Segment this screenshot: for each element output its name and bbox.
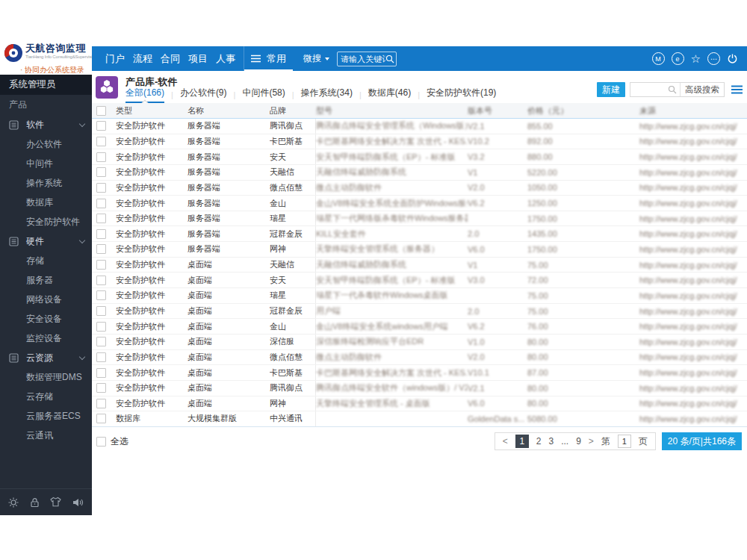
sidebar-item[interactable]: 云通讯: [0, 426, 92, 445]
wesearch-dropdown[interactable]: 微搜: [303, 52, 329, 65]
pager-jump-input[interactable]: 1: [618, 435, 631, 448]
sidebar-item[interactable]: 监控设备: [0, 329, 92, 348]
table-row[interactable]: 安全防护软件桌面端卡巴斯基卡巴斯基网络安全解决方案 次世代 - KES...V1…: [92, 365, 747, 381]
m-badge-icon[interactable]: M: [652, 52, 665, 65]
sidebar-item[interactable]: 存储: [0, 251, 92, 270]
settings-gear-icon[interactable]: [7, 497, 19, 508]
power-icon[interactable]: [727, 53, 738, 64]
table-row[interactable]: 安全防护软件桌面端网神天擎终端安全管理系统 - 桌面版V6.080.00http…: [92, 396, 747, 412]
category-tab[interactable]: 办公软件(9): [180, 87, 227, 103]
row-checkbox[interactable]: [96, 337, 106, 346]
search-magnifier-icon[interactable]: [385, 55, 394, 63]
select-all-checkbox[interactable]: [96, 437, 106, 447]
sidebar-item[interactable]: 网络设备: [0, 290, 92, 309]
pager-page[interactable]: 9: [576, 436, 581, 447]
pager-next[interactable]: >: [589, 436, 594, 447]
page-size-info[interactable]: 20 条/页|共166条: [662, 432, 742, 450]
table-row[interactable]: 安全防护软件服务器端金山金山V8终端安全系统全面防护Windows服务器版V6.…: [92, 196, 747, 211]
table-row[interactable]: 安全防护软件桌面端深信服深信服终端检测响应平台EDRV1.080.00http:…: [92, 335, 747, 350]
row-checkbox[interactable]: [96, 306, 106, 316]
sidebar-item[interactable]: 操作系统: [0, 173, 92, 193]
pager-page[interactable]: 1: [515, 435, 529, 448]
more-icon[interactable]: ⋯: [707, 52, 720, 65]
pager-page[interactable]: 2: [536, 436, 542, 447]
sidebar-item[interactable]: 中间件: [0, 154, 92, 173]
favorite-star-icon[interactable]: ☆: [691, 53, 701, 64]
sidebar-item[interactable]: 办公软件: [0, 134, 92, 154]
row-checkbox[interactable]: [96, 414, 106, 423]
row-checkbox[interactable]: [96, 229, 106, 239]
pager-ellipsis[interactable]: ...: [561, 436, 568, 447]
nav-item-changyong[interactable]: 常用: [267, 52, 286, 66]
row-checkbox[interactable]: [96, 137, 106, 146]
lock-icon[interactable]: [29, 497, 40, 508]
row-checkbox[interactable]: [96, 290, 106, 300]
table-row[interactable]: 安全防护软件服务器端网神天擎终端安全管理系统（服务器）V6.01750.00ht…: [92, 242, 747, 258]
nav-item[interactable]: 项目: [188, 52, 208, 66]
table-row[interactable]: 安全防护软件服务器端腾讯御点腾讯御点终端安全管理系统（Windows版）V2.1…: [92, 119, 747, 134]
speaker-icon[interactable]: [72, 497, 84, 508]
table-row[interactable]: 安全防护软件桌面端金山金山V8终端安全系统windows用户端V6.276.00…: [92, 319, 747, 335]
sidebar-item[interactable]: 云服务器ECS: [0, 406, 92, 426]
row-checkbox[interactable]: [96, 276, 106, 285]
row-checkbox[interactable]: [96, 383, 106, 393]
table-search-input[interactable]: [630, 84, 668, 96]
sidebar-item[interactable]: 数据库: [0, 193, 92, 212]
row-checkbox[interactable]: [96, 244, 106, 254]
nav-item[interactable]: 人事: [216, 52, 235, 66]
nav-quick-group[interactable]: 常用: [244, 46, 293, 71]
nav-item[interactable]: 流程: [133, 52, 152, 66]
row-checkbox[interactable]: [96, 199, 106, 208]
row-checkbox[interactable]: [96, 167, 106, 177]
theme-shirt-icon[interactable]: [49, 497, 62, 508]
category-tab[interactable]: 安全防护软件(19): [427, 87, 496, 103]
table-search-magnifier-icon[interactable]: [668, 85, 680, 94]
table-row[interactable]: 安全防护软件服务器端冠群金辰KILL安全套件2.01435.00http://w…: [92, 226, 747, 242]
select-all-control[interactable]: 全选: [96, 435, 128, 448]
table-row[interactable]: 安全防护软件服务器端安天安天智甲终端防御系统（EP）- 标准版V3.2880.0…: [92, 149, 747, 165]
row-checkbox[interactable]: [96, 121, 106, 131]
nav-item[interactable]: 门户: [105, 52, 125, 66]
pager-page[interactable]: 3: [548, 436, 554, 447]
row-checkbox[interactable]: [96, 183, 106, 193]
list-view-icon[interactable]: [731, 85, 743, 94]
row-checkbox[interactable]: [96, 214, 106, 223]
sidebar-item[interactable]: 安全防护软件: [0, 212, 92, 231]
category-tab[interactable]: 数据库(46): [368, 87, 411, 103]
sidebar-item[interactable]: 数据管理DMS: [0, 367, 92, 387]
sidebar-group-header[interactable]: 软件: [0, 115, 92, 134]
table-row[interactable]: 安全防护软件桌面端安天安天智甲终端防御系统（EP）- 标准版V3.072.00h…: [92, 273, 747, 288]
sidebar-module-product[interactable]: 产品: [0, 95, 92, 115]
table-row[interactable]: 安全防护软件服务器端瑞星瑞星下一代网络版杀毒软件Windows服务器版1750.…: [92, 211, 747, 227]
sidebar-group-header[interactable]: 硬件: [0, 231, 92, 251]
table-row[interactable]: 安全防护软件桌面端天融信天融信终端威胁防御系统V175.00http://www…: [92, 258, 747, 273]
message-icon[interactable]: e: [672, 52, 684, 65]
login-link[interactable]: · 协同办公系统登录: [0, 65, 92, 75]
sidebar-item[interactable]: 安全设备: [0, 309, 92, 329]
table-row[interactable]: 安全防护软件服务器端微点佰慧微点主动防御软件V2.01050.00http://…: [92, 181, 747, 196]
sidebar-item[interactable]: 服务器: [0, 270, 92, 290]
row-checkbox[interactable]: [96, 322, 106, 332]
table-row[interactable]: 安全防护软件桌面端腾讯御点腾讯御点终端安全软件（windows版）/ V2.1V…: [92, 381, 747, 396]
header-checkbox[interactable]: [96, 106, 106, 116]
sidebar-role[interactable]: 系统管理员: [0, 75, 92, 95]
row-checkbox[interactable]: [96, 260, 106, 270]
table-row[interactable]: 安全防护软件桌面端瑞星瑞星下一代杀毒软件Windows桌面版75.00http:…: [92, 288, 747, 304]
sidebar-group-header[interactable]: 云资源: [0, 348, 92, 367]
new-button[interactable]: 新建: [597, 82, 625, 97]
table-row[interactable]: 安全防护软件桌面端微点佰慧微点主动防御软件V2.080.00http://www…: [92, 350, 747, 366]
table-row[interactable]: 安全防护软件服务器端天融信天融信终端威胁防御系统V15220.00http://…: [92, 165, 747, 181]
hamburger-icon[interactable]: [251, 55, 261, 63]
table-row[interactable]: 数据库大规模集群版中兴通讯GoldenData s...5080.00http:…: [92, 411, 747, 427]
global-search-box[interactable]: [337, 52, 397, 66]
pager-prev[interactable]: <: [503, 436, 508, 447]
row-checkbox[interactable]: [96, 368, 106, 378]
nav-item[interactable]: 合同: [161, 52, 180, 66]
row-checkbox[interactable]: [96, 352, 106, 362]
table-row[interactable]: 安全防护软件服务器端卡巴斯基卡巴斯基网络安全解决方案 次世代 - KES...V…: [92, 134, 747, 150]
row-checkbox[interactable]: [96, 152, 106, 162]
category-tab[interactable]: 操作系统(34): [301, 87, 353, 103]
advanced-search-button[interactable]: 高级搜索: [680, 83, 724, 96]
table-row[interactable]: 安全防护软件桌面端冠群金辰用户端2.075.00http://www.zjcg.…: [92, 304, 747, 320]
category-tab[interactable]: 全部(166): [125, 87, 164, 103]
